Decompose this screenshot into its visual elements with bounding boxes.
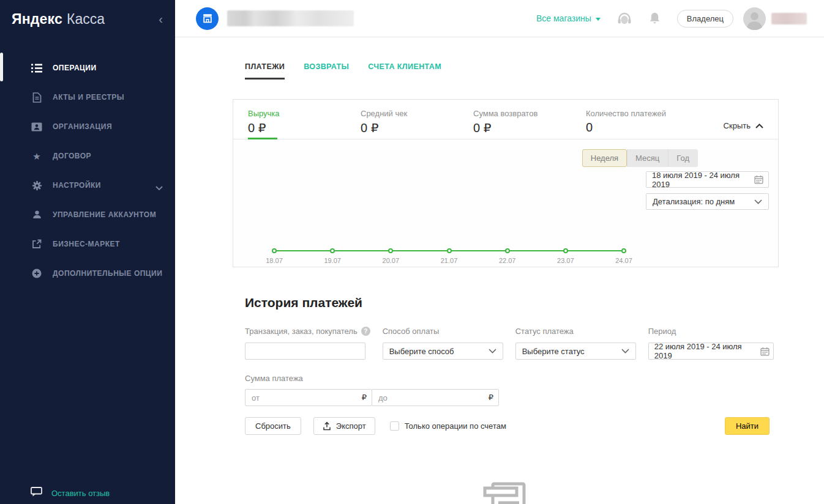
search-input[interactable] xyxy=(245,343,365,360)
period-week-button[interactable]: Неделя xyxy=(582,149,627,167)
actions-row: Сбросить Экспорт Только операции по счет… xyxy=(245,417,779,435)
chat-bubble-icon xyxy=(31,487,42,499)
filter-search: Транзакция, заказ, покупатель ? xyxy=(245,326,370,360)
sidebar-item-additional-options[interactable]: ДОПОЛНИТЕЛЬНЫЕ ОПЦИИ xyxy=(0,259,175,288)
hide-chart-toggle[interactable]: Скрыть xyxy=(724,121,763,130)
chart-x-label: 22.07 xyxy=(499,257,516,264)
sidebar-item-label: АКТЫ И РЕЕСТРЫ xyxy=(53,93,124,102)
sidebar-item-business-market[interactable]: БИЗНЕС-МАРКЕТ xyxy=(0,229,175,259)
chart-x-label: 20.07 xyxy=(383,257,400,264)
all-shops-label: Все магазины xyxy=(536,13,591,23)
chart-x-label: 18.07 xyxy=(266,257,283,264)
amount-filter: Сумма платежа ₽ ₽ xyxy=(245,373,779,406)
chart-point[interactable] xyxy=(447,248,452,253)
logo-product: Касса xyxy=(67,11,105,28)
plus-circle-icon xyxy=(31,269,43,278)
external-link-icon xyxy=(31,239,43,249)
ruble-sign: ₽ xyxy=(362,393,367,402)
sidebar-item-label: УПРАВЛЕНИЕ АККАУНТОМ xyxy=(53,210,156,219)
notifications-bell-icon[interactable] xyxy=(648,12,661,25)
export-button[interactable]: Экспорт xyxy=(313,417,375,435)
metric-revenue[interactable]: Выручка 0 ₽ xyxy=(248,109,361,135)
chevron-up-icon xyxy=(755,124,763,128)
avatar[interactable] xyxy=(743,7,766,30)
chart-point[interactable] xyxy=(563,248,568,253)
storefront-icon[interactable] xyxy=(196,7,219,30)
sidebar-item-contract[interactable]: ★ ДОГОВОР xyxy=(0,141,175,171)
sidebar-item-operations[interactable]: ОПЕРАЦИИ xyxy=(0,53,175,83)
chart-point[interactable] xyxy=(505,248,510,253)
amount-label: Сумма платежа xyxy=(245,374,303,383)
period-date-field[interactable]: 22 июля 2019 - 24 июля 2019 xyxy=(648,343,774,360)
sidebar-item-label: ДОПОЛНИТЕЛЬНЫЕ ОПЦИИ xyxy=(53,269,162,278)
empty-state-document-search-icon xyxy=(482,481,537,504)
find-button[interactable]: Найти xyxy=(725,417,770,435)
help-icon[interactable]: ? xyxy=(361,327,370,336)
tab-refunds[interactable]: ВОЗВРАТЫ xyxy=(304,62,349,80)
checkbox[interactable] xyxy=(390,421,399,431)
sidebar-item-settings[interactable]: НАСТРОЙКИ xyxy=(0,171,175,200)
calendar-icon xyxy=(754,175,763,184)
support-headset-icon[interactable] xyxy=(616,12,632,26)
chart-date-range-field[interactable]: 18 июля 2019 - 24 июля 2019 xyxy=(646,171,769,188)
search-filter-label: Транзакция, заказ, покупатель xyxy=(245,327,358,336)
sidebar-collapse-icon[interactable]: ‹ xyxy=(159,13,163,25)
invoices-only-checkbox-row[interactable]: Только операции по счетам xyxy=(390,421,506,431)
metric-label: Средний чек xyxy=(361,109,473,118)
logo: Яндекс Касса ‹ xyxy=(0,0,175,38)
sidebar-item-organization[interactable]: ОРГАНИЗАЦИЯ xyxy=(0,112,175,141)
export-upload-icon xyxy=(323,421,331,431)
filter-payment-method: Способ оплаты Выберите способ xyxy=(383,326,503,360)
metric-value: 0 xyxy=(586,120,699,135)
chart-x-label: 23.07 xyxy=(557,257,574,264)
payment-status-value: Выберите статус xyxy=(522,347,585,356)
id-card-icon xyxy=(31,122,43,132)
metric-refund-sum[interactable]: Сумма возвратов 0 ₽ xyxy=(473,109,586,135)
logo-brand: Яндекс xyxy=(12,11,62,28)
period-month-button[interactable]: Месяц xyxy=(627,149,668,167)
chart-point[interactable] xyxy=(272,248,277,253)
payment-method-value: Выберите способ xyxy=(389,347,454,356)
user-name-redacted[interactable] xyxy=(771,13,807,24)
history-title: История платежей xyxy=(245,295,779,310)
filters-row: Транзакция, заказ, покупатель ? Способ о… xyxy=(245,326,779,360)
period-year-button[interactable]: Год xyxy=(668,149,698,167)
amount-from-input[interactable] xyxy=(245,389,372,406)
chevron-down-icon[interactable] xyxy=(155,182,163,193)
sidebar-item-label: ОПЕРАЦИИ xyxy=(53,64,97,72)
tab-payments[interactable]: ПЛАТЕЖИ xyxy=(245,62,285,80)
chart-point[interactable] xyxy=(621,248,626,253)
filter-period: Период 22 июля 2019 - 24 июля 2019 xyxy=(648,326,774,360)
role-badge[interactable]: Владелец xyxy=(677,10,733,28)
all-shops-selector[interactable]: Все магазины xyxy=(536,13,601,23)
topbar-right: Все магазины Владелец xyxy=(536,7,807,30)
sidebar-item-account-management[interactable]: УПРАВЛЕНИЕ АККАУНТОМ xyxy=(0,200,175,229)
period-label: Период xyxy=(648,327,676,336)
tabs: ПЛАТЕЖИ ВОЗВРАТЫ СЧЕТА КЛИЕНТАМ xyxy=(245,62,779,80)
chart-point[interactable] xyxy=(330,248,335,253)
page-content: ПЛАТЕЖИ ВОЗВРАТЫ СЧЕТА КЛИЕНТАМ Выручка … xyxy=(175,62,824,435)
metric-average-check[interactable]: Средний чек 0 ₽ xyxy=(361,109,473,135)
detalization-value: Детализация: по дням xyxy=(653,197,735,206)
metric-payments-count[interactable]: Количество платежей 0 xyxy=(586,109,699,135)
metric-value: 0 ₽ xyxy=(361,120,473,135)
amount-to-input[interactable] xyxy=(372,389,499,406)
chart-point[interactable] xyxy=(388,248,393,253)
calendar-icon xyxy=(760,347,770,356)
metric-label: Выручка xyxy=(248,109,361,118)
reset-button[interactable]: Сбросить xyxy=(245,417,301,435)
hide-label: Скрыть xyxy=(724,121,751,130)
feedback-link[interactable]: Оставить отзыв xyxy=(31,487,110,499)
detalization-select[interactable]: Детализация: по дням xyxy=(646,193,769,210)
payment-method-select[interactable]: Выберите способ xyxy=(383,343,503,360)
payment-status-select[interactable]: Выберите статус xyxy=(515,343,636,360)
amount-from-wrap: ₽ xyxy=(245,389,372,406)
sidebar-item-acts-registries[interactable]: АКТЫ И РЕЕСТРЫ xyxy=(0,83,175,112)
sidebar: Яндекс Касса ‹ ОПЕРАЦИИ АКТЫ И РЕЕСТРЫ xyxy=(0,0,175,504)
amount-to-wrap: ₽ xyxy=(372,389,499,406)
metric-label: Количество платежей xyxy=(586,109,699,118)
metric-value: 0 ₽ xyxy=(473,120,586,135)
export-label: Экспорт xyxy=(336,421,366,431)
tab-client-invoices[interactable]: СЧЕТА КЛИЕНТАМ xyxy=(368,62,441,80)
sidebar-item-label: ОРГАНИЗАЦИЯ xyxy=(53,122,112,131)
